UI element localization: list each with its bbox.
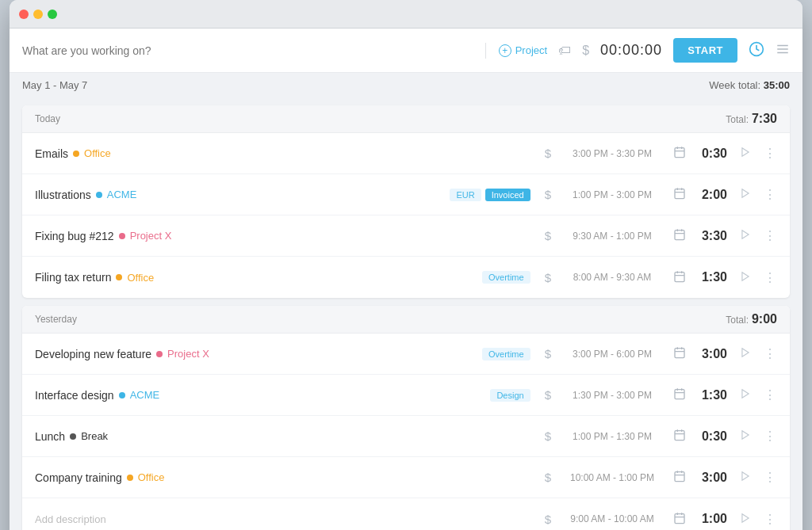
- entry-info: Lunch Break: [35, 430, 535, 443]
- entry-description: Company training: [35, 471, 122, 484]
- billing-dollar-icon[interactable]: $: [545, 429, 551, 443]
- list-icon[interactable]: [776, 42, 790, 59]
- entry-info: Filing tax return Office: [35, 271, 476, 284]
- billing-dollar-icon[interactable]: $: [545, 513, 551, 526]
- calendar-icon[interactable]: [673, 512, 686, 527]
- entry-info: Add description: [35, 513, 535, 525]
- svg-marker-38: [742, 431, 749, 440]
- traffic-lights: [19, 10, 57, 19]
- svg-rect-39: [675, 472, 684, 482]
- divider: [485, 43, 486, 59]
- entry-duration: 2:00: [695, 188, 727, 202]
- entry-duration: 3:00: [695, 347, 727, 361]
- svg-marker-23: [742, 272, 749, 280]
- entry-project: Office: [138, 471, 165, 483]
- badge-overtime: Overtime: [482, 271, 530, 284]
- play-button[interactable]: [740, 347, 751, 360]
- billing-dollar-icon[interactable]: $: [545, 271, 551, 284]
- play-button[interactable]: [740, 147, 751, 160]
- play-button[interactable]: [740, 271, 751, 284]
- entry-description: Emails: [35, 147, 68, 160]
- calendar-icon[interactable]: [673, 346, 686, 361]
- section-title: Today: [35, 113, 60, 124]
- calendar-icon[interactable]: [673, 387, 686, 402]
- table-row: Company training Office $ 10:00 AM - 1:0…: [22, 457, 790, 498]
- svg-rect-29: [675, 390, 684, 399]
- clock-icon[interactable]: [749, 41, 764, 60]
- calendar-icon[interactable]: [673, 429, 686, 444]
- entry-duration: 3:00: [695, 471, 727, 485]
- billing-icon[interactable]: $: [582, 44, 589, 58]
- entry-project: Break: [81, 430, 108, 442]
- svg-marker-43: [742, 472, 749, 481]
- header-actions: + Project 🏷 $ 00:00:00 START: [499, 38, 790, 63]
- svg-rect-44: [675, 513, 684, 523]
- play-button[interactable]: [740, 429, 751, 443]
- more-options-button[interactable]: ⋮: [764, 146, 777, 161]
- more-options-button[interactable]: ⋮: [764, 387, 777, 402]
- week-total-value: 35:00: [764, 79, 790, 91]
- billing-dollar-icon[interactable]: $: [545, 229, 551, 242]
- week-bar: May 1 - May 7 Week total: 35:00: [10, 73, 802, 97]
- app-window: + Project 🏷 $ 00:00:00 START: [10, 0, 802, 530]
- more-options-button[interactable]: ⋮: [764, 512, 777, 527]
- calendar-icon[interactable]: [673, 270, 686, 285]
- more-options-button[interactable]: ⋮: [764, 270, 777, 285]
- table-row: Filing tax return Office Overtime $ 8:00…: [22, 257, 790, 298]
- play-button[interactable]: [740, 471, 751, 484]
- entry-info: Company training Office: [35, 471, 535, 484]
- svg-marker-28: [742, 349, 749, 357]
- svg-marker-8: [742, 148, 749, 157]
- entry-project: ACME: [130, 389, 160, 401]
- badge-design: Design: [490, 389, 530, 402]
- task-search-input[interactable]: [22, 44, 473, 57]
- more-options-button[interactable]: ⋮: [764, 187, 777, 202]
- play-button[interactable]: [740, 229, 751, 242]
- entry-time-range: 1:00 PM - 1:30 PM: [561, 431, 664, 442]
- start-button[interactable]: START: [673, 38, 737, 63]
- section-header-today: Today Total:7:30: [22, 105, 790, 133]
- play-button[interactable]: [740, 388, 751, 402]
- more-options-button[interactable]: ⋮: [764, 228, 777, 243]
- svg-rect-24: [675, 349, 684, 358]
- calendar-icon[interactable]: [673, 187, 686, 202]
- project-button[interactable]: + Project: [499, 44, 547, 57]
- more-options-button[interactable]: ⋮: [764, 346, 777, 361]
- more-options-button[interactable]: ⋮: [764, 429, 777, 444]
- tag-icon[interactable]: 🏷: [558, 44, 571, 58]
- billing-dollar-icon[interactable]: $: [545, 471, 551, 484]
- billing-dollar-icon[interactable]: $: [545, 347, 551, 360]
- entry-project: Office: [127, 272, 154, 284]
- play-button[interactable]: [740, 188, 751, 201]
- entry-description: Fixing bug #212: [35, 230, 114, 242]
- project-button-label: Project: [515, 44, 547, 56]
- more-options-button[interactable]: ⋮: [764, 470, 777, 485]
- minimize-button[interactable]: [33, 10, 43, 19]
- entry-info: Illustrations ACME: [35, 189, 443, 201]
- project-dot: [96, 192, 102, 198]
- entry-time-range: 9:30 AM - 1:00 PM: [561, 231, 664, 242]
- section-yesterday: Yesterday Total:9:00 Developing new feat…: [22, 306, 790, 530]
- section-total: Total:7:30: [726, 112, 777, 126]
- calendar-icon[interactable]: [673, 228, 686, 243]
- billing-dollar-icon[interactable]: $: [545, 188, 551, 201]
- close-button[interactable]: [19, 10, 29, 19]
- entry-duration: 3:30: [695, 229, 727, 243]
- calendar-icon[interactable]: [673, 470, 686, 485]
- entry-time-range: 1:00 PM - 3:00 PM: [561, 189, 664, 200]
- badge-eur: EUR: [450, 189, 481, 201]
- billing-dollar-icon[interactable]: $: [545, 147, 551, 160]
- entry-project: Project X: [167, 348, 209, 360]
- entry-project: ACME: [107, 189, 137, 200]
- entry-description: Interface design: [35, 389, 114, 402]
- section-header-yesterday: Yesterday Total:9:00: [22, 306, 790, 334]
- entry-duration: 1:00: [695, 512, 727, 526]
- calendar-icon[interactable]: [673, 146, 686, 161]
- play-button[interactable]: [740, 513, 751, 526]
- week-range: May 1 - May 7: [22, 79, 87, 91]
- add-description-placeholder[interactable]: Add description: [35, 513, 106, 525]
- billing-dollar-icon[interactable]: $: [545, 388, 551, 402]
- maximize-button[interactable]: [48, 10, 57, 19]
- section-total-value: 7:30: [752, 112, 777, 125]
- content-area: Today Total:7:30 Emails Office $ 3:00 PM…: [10, 105, 802, 530]
